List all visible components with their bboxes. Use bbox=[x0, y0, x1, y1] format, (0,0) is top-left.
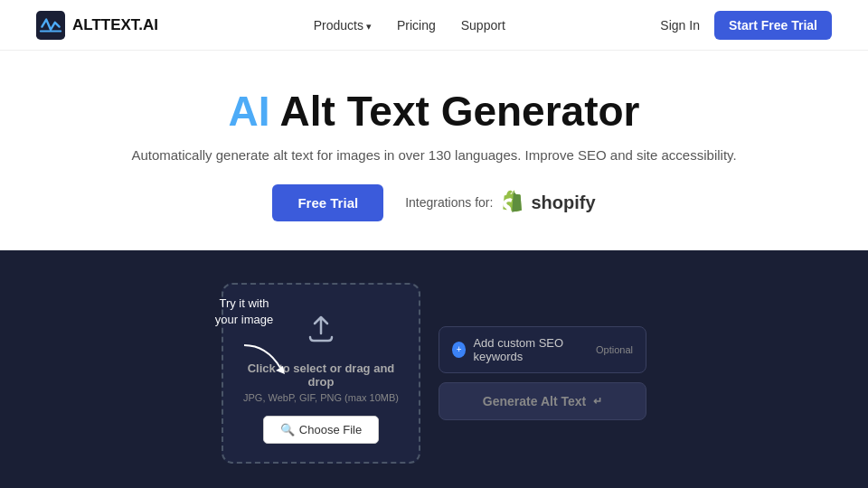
optional-badge: Optional bbox=[596, 344, 633, 355]
start-free-trial-button[interactable]: Start Free Trial bbox=[714, 11, 832, 40]
seo-keywords-left: + Add custom SEO keywords bbox=[452, 336, 596, 363]
seo-keywords-label: Add custom SEO keywords bbox=[473, 336, 596, 363]
hero-title-rest: Alt Text Generator bbox=[270, 88, 640, 135]
nav-right: Sign In Start Free Trial bbox=[660, 11, 832, 40]
sign-in-button[interactable]: Sign In bbox=[660, 18, 700, 33]
demo-right: + Add custom SEO keywords Optional Gener… bbox=[439, 326, 646, 420]
hero-title: AI Alt Text Generator bbox=[36, 89, 832, 135]
nav-support[interactable]: Support bbox=[461, 18, 505, 33]
logo-text: ALTTEXT.AI bbox=[72, 16, 158, 34]
nav-pricing[interactable]: Pricing bbox=[397, 18, 436, 33]
navbar: ALTTEXT.AI Products Pricing Support Sign… bbox=[0, 0, 868, 51]
integrations-label: Integrations for: shopify bbox=[405, 190, 595, 215]
shopify-text: shopify bbox=[531, 192, 595, 213]
generate-alt-text-button[interactable]: Generate Alt Text ↵ bbox=[439, 382, 646, 420]
shopify-logo: shopify bbox=[500, 190, 595, 215]
nav-links: Products Pricing Support bbox=[314, 18, 505, 33]
upload-formats: JPG, WebP, GIF, PNG (max 10MB) bbox=[241, 392, 401, 403]
hero-subtitle: Automatically generate alt text for imag… bbox=[36, 147, 832, 163]
plus-icon: + bbox=[452, 342, 466, 358]
arrow-icon bbox=[240, 341, 294, 377]
try-it-label: Try it with your image bbox=[208, 296, 280, 328]
choose-file-button[interactable]: 🔍 Choose File bbox=[263, 416, 379, 444]
hero-actions: Free Trial Integrations for: shopify bbox=[36, 184, 832, 221]
logo-icon bbox=[36, 11, 65, 40]
generate-label: Generate Alt Text bbox=[483, 394, 586, 408]
svg-rect-0 bbox=[36, 11, 65, 40]
demo-section: Try it with your image Click to select o… bbox=[0, 250, 868, 488]
nav-products[interactable]: Products bbox=[314, 18, 372, 33]
shopify-icon bbox=[500, 190, 525, 215]
enter-icon: ↵ bbox=[593, 395, 602, 408]
search-icon: 🔍 bbox=[280, 423, 295, 436]
logo[interactable]: ALTTEXT.AI bbox=[36, 11, 158, 40]
hero-section: AI Alt Text Generator Automatically gene… bbox=[0, 51, 868, 250]
seo-keywords-bar[interactable]: + Add custom SEO keywords Optional bbox=[439, 326, 646, 373]
free-trial-button[interactable]: Free Trial bbox=[272, 184, 383, 221]
hero-title-ai: AI bbox=[229, 88, 270, 135]
